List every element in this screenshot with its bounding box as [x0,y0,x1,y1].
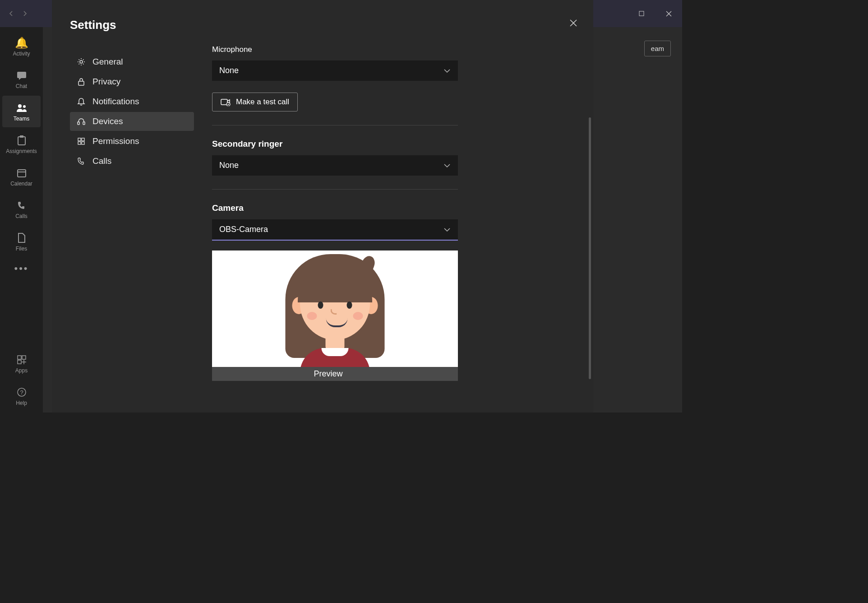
secondary-ringer-dropdown[interactable]: None [212,155,458,176]
svg-rect-18 [82,138,84,141]
svg-rect-4 [18,137,25,145]
nav-back-button[interactable] [5,7,18,20]
chat-icon [16,69,27,82]
nav-label: Notifications [92,97,139,107]
app-rail: 🔔 Activity Chat Teams Assignments Calend… [0,27,43,413]
lock-icon [76,77,86,86]
rail-apps[interactable]: Apps [2,348,41,379]
help-icon: ? [17,386,27,399]
avatar-image [335,254,335,367]
assignments-icon [17,134,27,147]
nav-label: Permissions [92,136,139,146]
rail-label: Apps [15,367,28,374]
nav-general[interactable]: General [70,52,194,71]
chevron-down-icon [443,69,451,73]
calendar-icon [17,167,27,179]
gear-icon [76,57,86,66]
button-label: Make a test call [236,97,289,107]
window-maximize-button[interactable] [628,0,655,27]
dropdown-value: None [219,66,239,75]
bell-icon [76,97,86,106]
rail-label: Files [16,246,27,252]
rail-chat[interactable]: Chat [2,63,41,95]
rail-activity[interactable]: 🔔 Activity [2,31,41,62]
svg-rect-9 [22,356,26,359]
svg-text:?: ? [20,389,23,396]
svg-point-13 [80,60,83,63]
nav-devices[interactable]: Devices [70,112,194,131]
files-icon [18,232,26,244]
rail-label: Activity [13,51,30,57]
camera-dropdown[interactable]: OBS-Camera [212,219,458,241]
nav-label: Calls [92,156,111,166]
nav-label: General [92,57,123,67]
rail-more-button[interactable]: ••• [14,263,28,274]
rail-assignments[interactable]: Assignments [2,128,41,160]
divider [212,125,458,125]
svg-rect-20 [82,142,84,144]
rail-files[interactable]: Files [2,226,41,257]
teams-icon [16,102,28,114]
settings-sidebar: Settings General Privacy Notifications [52,0,212,413]
chevron-down-icon [443,163,451,168]
rail-label: Help [16,400,27,406]
nav-privacy[interactable]: Privacy [70,72,194,91]
apps-icon [17,353,27,366]
headset-icon [76,117,86,126]
rail-label: Assignments [6,148,37,154]
nav-forward-button[interactable] [18,7,32,20]
secondary-ringer-label: Secondary ringer [212,139,539,149]
camera-label: Camera [212,203,539,213]
svg-rect-5 [20,135,23,138]
microphone-dropdown[interactable]: None [212,60,458,81]
svg-rect-1 [17,72,26,78]
nav-notifications[interactable]: Notifications [70,92,194,111]
scrollbar[interactable] [589,117,591,379]
make-test-call-button[interactable]: Make a test call [212,93,298,111]
settings-title: Settings [70,18,212,32]
microphone-label: Microphone [212,45,539,54]
phone-icon [17,199,27,212]
nav-calls[interactable]: Calls [70,152,194,171]
dropdown-value: OBS-Camera [219,225,268,234]
rail-label: Chat [16,83,27,89]
nav-label: Privacy [92,77,120,87]
svg-rect-19 [78,142,81,144]
rail-label: Calendar [10,181,32,187]
test-call-icon [221,98,231,106]
settings-modal: Settings General Privacy Notifications [52,0,593,413]
preview-label: Preview [212,367,458,381]
nav-label: Devices [92,116,123,126]
svg-point-2 [18,104,22,108]
settings-content: Microphone None Make a test call Seconda… [212,0,593,413]
divider [212,189,458,190]
rail-calendar[interactable]: Calendar [2,161,41,192]
svg-rect-17 [78,138,81,141]
svg-rect-6 [18,170,26,177]
rail-teams[interactable]: Teams [2,96,41,127]
chevron-down-icon [443,227,451,232]
bell-icon: 🔔 [15,37,28,49]
window-close-button[interactable] [655,0,682,27]
phone-icon [76,157,86,165]
rail-help[interactable]: ? Help [2,380,41,412]
rail-label: Teams [14,116,29,122]
svg-point-3 [23,105,26,108]
window-controls [628,0,682,27]
camera-preview [212,250,458,367]
nav-permissions[interactable]: Permissions [70,132,194,151]
svg-rect-8 [18,356,21,359]
join-team-button[interactable]: eam [644,41,671,56]
svg-rect-10 [18,360,21,364]
camera-preview-container: Preview [212,250,471,381]
svg-rect-0 [639,11,644,16]
grid-icon [76,137,86,145]
rail-calls[interactable]: Calls [2,193,41,225]
svg-rect-14 [78,81,84,85]
rail-label: Calls [15,213,28,219]
dropdown-value: None [219,161,239,170]
